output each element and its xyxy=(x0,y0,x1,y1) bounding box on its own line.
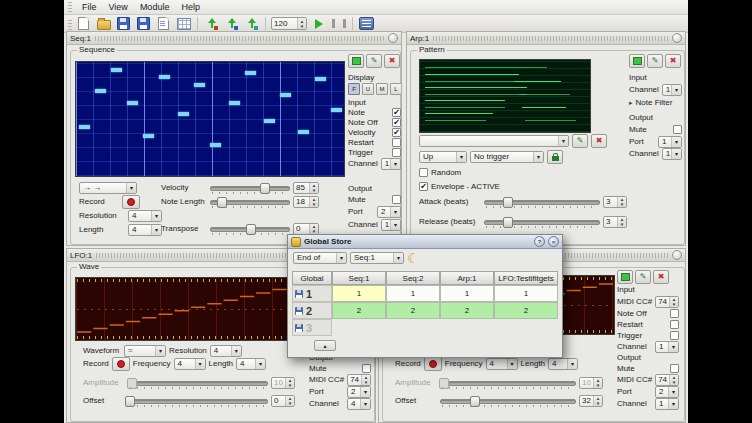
envelope-checkbox[interactable]: ✔ xyxy=(419,182,428,191)
direction-dropdown[interactable]: Up xyxy=(419,151,467,163)
attack-spinbox[interactable]: 3 xyxy=(603,196,627,208)
delete-module-button[interactable]: ✖ xyxy=(384,54,400,68)
waveform-dropdown[interactable]: ≈ xyxy=(124,345,166,357)
note-checkbox[interactable]: ✔ xyxy=(392,108,401,117)
rename-module-button[interactable]: ✎ xyxy=(366,54,382,68)
store-slot-button[interactable]: 2 xyxy=(292,302,332,319)
channel-out-dropdown[interactable]: 4 xyxy=(347,398,371,410)
mute-checkbox[interactable] xyxy=(362,364,371,373)
seq-note[interactable] xyxy=(194,83,205,87)
zoom-upper-button[interactable]: U xyxy=(362,83,374,95)
note-length-slider[interactable] xyxy=(210,196,290,207)
velocity-checkbox[interactable]: ✔ xyxy=(392,128,401,137)
resolution-dropdown[interactable]: 4 xyxy=(128,210,162,222)
velocity-spinbox[interactable]: 85 xyxy=(293,182,319,194)
length-dropdown[interactable]: 4 xyxy=(128,224,162,236)
store-slot-button[interactable]: 3 xyxy=(292,319,332,336)
channel-out-dropdown[interactable]: 1 xyxy=(662,148,682,160)
seq-record-button[interactable] xyxy=(122,195,140,209)
seq-note[interactable] xyxy=(159,75,170,79)
port-dropdown[interactable]: 2 xyxy=(655,386,679,398)
seq-note[interactable] xyxy=(143,134,154,138)
seq-note[interactable] xyxy=(280,93,291,97)
spin-arrows-icon[interactable] xyxy=(361,375,370,385)
restore-mode-dropdown[interactable]: End of xyxy=(293,252,347,264)
event-log-button[interactable] xyxy=(155,16,172,31)
pattern-preset-dropdown[interactable] xyxy=(419,135,569,147)
mute-checkbox[interactable] xyxy=(673,125,682,134)
tempo-spinbox[interactable]: 120 xyxy=(271,17,307,30)
spin-arrows-icon[interactable] xyxy=(285,396,294,406)
release-spinbox[interactable]: 3 xyxy=(603,216,627,228)
transpose-slider[interactable] xyxy=(210,223,290,234)
spin-arrows-icon[interactable] xyxy=(617,197,626,207)
new-file-button[interactable] xyxy=(75,16,92,31)
open-file-button[interactable] xyxy=(95,16,112,31)
store-column-header[interactable]: Global xyxy=(292,271,332,285)
save-button[interactable] xyxy=(115,16,132,31)
lfo2-record-button[interactable] xyxy=(424,357,442,371)
spin-arrows-icon[interactable] xyxy=(309,197,318,207)
trigger-checkbox[interactable] xyxy=(670,331,679,340)
offset-slider[interactable] xyxy=(440,395,576,406)
slider-handle[interactable] xyxy=(503,217,513,228)
zoom-full-button[interactable]: F xyxy=(348,83,360,95)
edit-pattern-button[interactable]: ✎ xyxy=(572,134,588,148)
velocity-slider[interactable] xyxy=(210,182,290,193)
toolbar-grip[interactable] xyxy=(68,18,72,30)
seq-note[interactable] xyxy=(95,89,106,93)
add-lfo-button[interactable] xyxy=(223,16,240,31)
port-dropdown[interactable]: 2 xyxy=(377,206,401,218)
menubar-grip[interactable] xyxy=(68,2,72,12)
random-checkbox[interactable] xyxy=(419,168,428,177)
midi-settings-button[interactable] xyxy=(358,16,375,31)
store-column-header[interactable]: Seq:1 xyxy=(332,271,386,285)
seq-note[interactable] xyxy=(210,143,221,147)
cc-out-spinbox[interactable]: 74 xyxy=(655,374,679,386)
slider-handle[interactable] xyxy=(503,197,513,208)
expander-arrow-icon[interactable]: ▸ xyxy=(629,99,633,107)
channel-in-dropdown[interactable]: 1 xyxy=(381,158,401,170)
spin-arrows-icon[interactable] xyxy=(669,375,678,385)
seq-note[interactable] xyxy=(331,108,342,112)
port-dropdown[interactable]: 2 xyxy=(347,386,371,398)
add-arp-button[interactable] xyxy=(203,16,220,31)
store-cell[interactable]: 1 xyxy=(494,285,558,302)
dialog-titlebar[interactable]: Global Store ? × xyxy=(288,235,562,249)
slider-handle[interactable] xyxy=(470,396,480,407)
delete-pattern-button[interactable]: ✖ xyxy=(591,134,607,148)
add-seq-button[interactable] xyxy=(243,16,260,31)
slider-handle[interactable] xyxy=(125,396,135,407)
panel-handle-button[interactable] xyxy=(388,33,398,43)
note-off-checkbox[interactable]: ✔ xyxy=(392,118,401,127)
seq-note[interactable] xyxy=(229,101,240,105)
spin-arrows-icon[interactable] xyxy=(309,224,318,234)
store-column-header[interactable]: Seq:2 xyxy=(386,271,440,285)
store-cell[interactable]: 2 xyxy=(332,302,386,319)
seq-note[interactable] xyxy=(79,125,90,129)
slider-handle[interactable] xyxy=(217,197,227,208)
menu-view[interactable]: View xyxy=(103,1,134,13)
lfo1-wave-display[interactable] xyxy=(75,277,305,341)
store-cell[interactable]: 2 xyxy=(440,302,494,319)
slider-handle[interactable] xyxy=(246,224,256,235)
store-column-header[interactable]: LFO:Testifitgets xyxy=(494,271,558,285)
seq-note[interactable] xyxy=(245,71,256,75)
attack-slider[interactable] xyxy=(484,196,600,207)
zoom-lower-button[interactable]: L xyxy=(390,83,402,95)
arp-panel-header[interactable]: Arp:1 xyxy=(407,32,685,45)
seq-note[interactable] xyxy=(264,119,275,123)
store-slot-button[interactable]: 1 xyxy=(292,285,332,302)
cc-out-spinbox[interactable]: 74 xyxy=(347,374,371,386)
resolution-dropdown[interactable]: 4 xyxy=(210,345,242,357)
seq-note[interactable] xyxy=(111,68,122,72)
menu-help[interactable]: Help xyxy=(175,1,206,13)
loop-mode-dropdown[interactable]: → → xyxy=(79,182,137,194)
spin-arrows-icon[interactable] xyxy=(617,217,626,227)
slider-handle[interactable] xyxy=(260,183,270,194)
spin-arrows-icon[interactable] xyxy=(593,396,602,406)
panel-grip[interactable] xyxy=(95,36,384,41)
store-cell[interactable]: 1 xyxy=(332,285,386,302)
dialog-close-button[interactable]: × xyxy=(548,236,559,247)
dialog-help-button[interactable]: ? xyxy=(534,236,545,247)
